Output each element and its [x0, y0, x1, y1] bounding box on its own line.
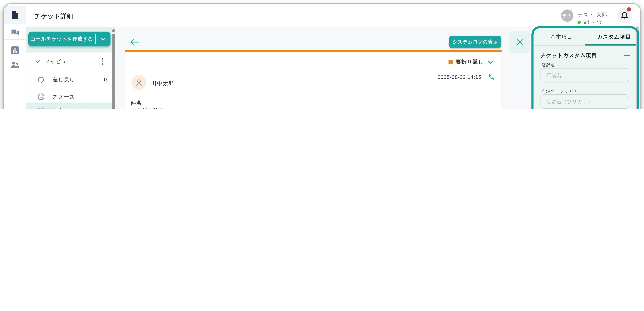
subject-value: 件名が入ります — [130, 107, 170, 109]
ticket-views-sidebar: コールチケットを作成する マイビュー 差し戻し 0 — [26, 27, 115, 109]
ticket-card: 要折り返し 田中太郎 2025-08-22 14:15 件名 件名が入ります 問… — [125, 50, 502, 109]
nav-section-my-views[interactable]: マイビュー — [26, 56, 112, 67]
badge-icon — [37, 107, 45, 109]
icon-rail: ? — [4, 4, 26, 109]
phone-icon — [488, 73, 495, 80]
person-icon — [135, 78, 142, 86]
chat-icon — [11, 29, 19, 36]
page-scrollbar[interactable] — [636, 26, 639, 109]
screenshot-stage: チケット詳細 テ太 テスト 太郎 受付可能 — [0, 0, 644, 109]
sidebar-item-returned[interactable]: 差し戻し 0 — [26, 74, 112, 85]
rail-divider — [4, 39, 26, 40]
active-tab-underline — [585, 44, 637, 45]
collapse-minus-icon[interactable] — [624, 55, 630, 56]
status-square-icon — [448, 60, 453, 64]
customer-avatar — [132, 75, 146, 90]
create-ticket-area: コールチケットを作成する — [26, 27, 115, 52]
ticket-datetime: 2025-08-22 14:15 — [438, 74, 481, 80]
field-label: 店舗名 — [541, 62, 555, 68]
bell-icon — [620, 11, 628, 20]
subject-label: 件名 — [130, 100, 142, 107]
app-window: チケット詳細 テ太 テスト 太郎 受付可能 — [3, 3, 641, 109]
back-button[interactable] — [130, 38, 140, 46]
page-title: チケット詳細 — [34, 12, 73, 20]
custom-fields-section-title: チケットカスタム項目 — [540, 52, 597, 59]
status-available-dot — [578, 20, 581, 23]
field-label: 店舗名（フリガナ） — [541, 89, 582, 94]
sidebar-item-snooze[interactable]: スヌーズ — [26, 91, 112, 102]
clock-icon — [37, 93, 45, 100]
top-bar: チケット詳細 テ太 テスト 太郎 受付可能 — [4, 4, 640, 27]
rail-item-customers[interactable] — [4, 56, 26, 74]
show-system-log-button[interactable]: システムログの表示 — [450, 36, 501, 48]
store-name-input[interactable] — [540, 68, 629, 82]
create-call-ticket-label: コールチケットを作成する — [28, 35, 95, 42]
bar-chart-icon — [11, 46, 19, 54]
notification-badge-dot — [627, 7, 631, 11]
return-icon — [37, 76, 45, 83]
document-icon — [11, 10, 19, 19]
tab-basic-fields[interactable]: 基本項目 — [550, 34, 572, 41]
user-avatar[interactable]: テ太 — [561, 9, 574, 22]
people-icon — [10, 61, 20, 68]
chevron-down-icon[interactable] — [96, 37, 110, 41]
sidebar-item-assigned-tickets[interactable]: 担当チケット — [26, 102, 115, 109]
tab-custom-fields[interactable]: カスタム項目 — [597, 34, 631, 41]
customer-name: 田中太郎 — [151, 80, 174, 87]
rail-item-tickets[interactable] — [4, 6, 26, 24]
user-status: 受付可能 — [578, 19, 601, 25]
ticket-datetime-row: 2025-08-22 14:15 — [438, 73, 495, 80]
rail-item-chat[interactable] — [4, 24, 26, 42]
chevron-down-icon — [35, 60, 40, 63]
sidebar-scrollbar[interactable] — [112, 34, 116, 109]
create-call-ticket-button[interactable]: コールチケットを作成する — [28, 32, 110, 46]
callback-status-dropdown[interactable]: 要折り返し — [448, 59, 493, 66]
user-name: テスト 太郎 — [578, 11, 608, 18]
close-button[interactable] — [509, 31, 530, 53]
custom-fields-panel: 基本項目 カスタム項目 チケットカスタム項目 店舗名 店舗名（フリガナ） POP… — [532, 26, 639, 109]
close-icon — [516, 38, 523, 45]
header-divider — [613, 8, 613, 24]
more-options-icon[interactable] — [102, 58, 104, 65]
chevron-down-icon — [488, 60, 493, 64]
store-name-kana-input[interactable] — [540, 94, 629, 109]
ticket-detail-main: システムログの表示 要折り返し 田中太郎 2025-08-22 14: — [115, 27, 532, 109]
